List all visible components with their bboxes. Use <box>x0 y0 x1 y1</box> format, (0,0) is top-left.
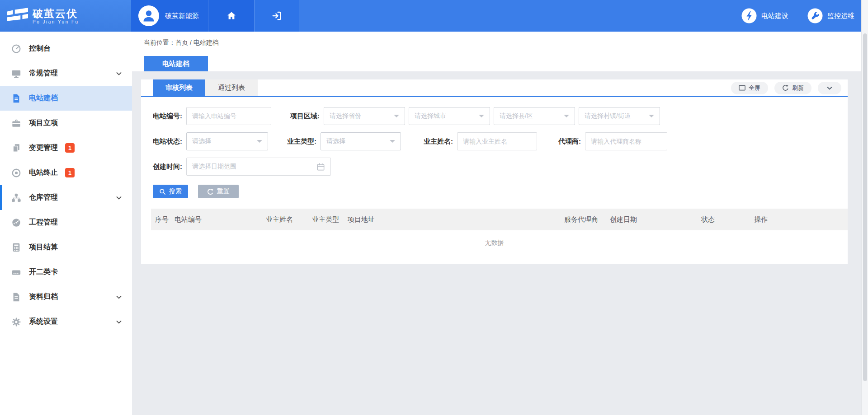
content-area: 审核列表 通过列表 全屏 刷新 <box>132 71 868 415</box>
briefcase-icon <box>11 118 21 128</box>
owner-type-select[interactable]: 请选择 <box>321 132 401 150</box>
sidebar-item-label: 项目结算 <box>29 242 58 252</box>
sidebar-item-change-mgmt[interactable]: 变更管理 1 <box>0 135 132 160</box>
city-placeholder: 请选择城市 <box>415 112 446 120</box>
reset-button[interactable]: 重置 <box>198 185 239 198</box>
fullscreen-button[interactable]: 全屏 <box>731 82 768 94</box>
table-header: 序号 电站编号 业主姓名 业主类型 项目地址 服务代理商 创建日期 状态 操作 <box>151 209 848 230</box>
caret-down-icon <box>564 115 569 120</box>
filter-row-3: 创建时间: 请选择日期范围 <box>153 158 836 176</box>
sidebar-item-warehouse-mgmt[interactable]: 仓库管理 <box>0 185 132 210</box>
caret-down-icon <box>394 115 399 120</box>
filter-form: 电站编号: 项目区域: 请选择省份 请选择城市 请选择县/区 请选择村镇/街道 <box>141 97 848 176</box>
sidebar-item-dashboard[interactable]: 控制台 <box>0 36 132 61</box>
owner-name-input[interactable] <box>457 132 537 150</box>
tab-passed-list[interactable]: 通过列表 <box>205 79 258 96</box>
nav-station-build-label: 电站建设 <box>761 12 788 20</box>
reset-label: 重置 <box>217 187 230 196</box>
sidebar-item-label: 电站建档 <box>29 93 58 103</box>
owner-type-label: 业主类型: <box>287 137 316 146</box>
refresh-icon <box>782 84 789 91</box>
scrollbar-thumb[interactable] <box>863 33 867 381</box>
sidebar-item-project-settlement[interactable]: 项目结算 <box>0 235 132 260</box>
vertical-scrollbar <box>861 0 868 415</box>
nav-monitor-ops[interactable]: 监控运维 <box>807 8 854 23</box>
col-station-no: 电站编号 <box>175 215 266 224</box>
station-filing-card: 审核列表 通过列表 全屏 刷新 <box>141 79 848 264</box>
sidebar-item-label: 工程管理 <box>29 218 58 227</box>
town-select[interactable]: 请选择村镇/街道 <box>579 107 660 125</box>
sign-in-button[interactable] <box>254 0 299 32</box>
collapse-button[interactable] <box>818 82 841 94</box>
province-select[interactable]: 请选择省份 <box>324 107 405 125</box>
sidebar-item-label: 变更管理 <box>29 143 58 153</box>
home-button[interactable] <box>208 0 254 32</box>
sitemap-icon <box>11 193 21 203</box>
sidebar: 控制台 常规管理 电站建档 项目立项 变更管理 1 电站终止 <box>0 32 132 415</box>
caret-down-icon <box>649 115 654 120</box>
col-service-agent: 服务代理商 <box>564 215 610 224</box>
sidebar-item-data-archive[interactable]: 资料归档 <box>0 284 132 309</box>
sidebar-item-engineering-mgmt[interactable]: 工程管理 <box>0 210 132 235</box>
col-owner-type: 业主类型 <box>312 215 348 224</box>
date-range-picker[interactable]: 请选择日期范围 <box>186 158 331 176</box>
province-placeholder: 请选择省份 <box>330 112 361 120</box>
sidebar-item-station-filing[interactable]: 电站建档 <box>0 86 132 111</box>
chevron-down-icon <box>116 294 122 300</box>
nav-monitor-ops-label: 监控运维 <box>827 12 854 20</box>
current-user[interactable]: 破茧新能源 <box>131 0 208 32</box>
filter-actions: 搜索 重置 <box>141 176 848 198</box>
agent-input[interactable] <box>585 132 667 150</box>
sidebar-item-label: 开二类卡 <box>29 267 58 277</box>
calculator-icon <box>11 242 21 252</box>
station-no-label: 电站编号: <box>153 112 182 121</box>
sidebar-item-label: 常规管理 <box>29 69 58 78</box>
avatar <box>138 5 159 26</box>
county-placeholder: 请选择县/区 <box>500 112 533 120</box>
col-actions: 操作 <box>754 215 848 224</box>
breadcrumb-strip: 当前位置：首页 / 电站建档 电站建档 <box>132 32 868 71</box>
record-circle-icon <box>11 168 21 178</box>
tab-review-list[interactable]: 审核列表 <box>153 79 205 96</box>
sidebar-item-project-initiation[interactable]: 项目立项 <box>0 111 132 135</box>
card-icon <box>11 267 21 277</box>
search-icon <box>159 188 166 195</box>
refresh-button[interactable]: 刷新 <box>774 82 811 94</box>
card-header: 审核列表 通过列表 全屏 刷新 <box>141 79 848 97</box>
sidebar-item-label: 电站终止 <box>29 168 58 177</box>
search-label: 搜索 <box>169 187 182 196</box>
station-status-label: 电站状态: <box>153 137 182 146</box>
dashboard-gauge-icon <box>11 218 21 228</box>
page-tab-station-filing[interactable]: 电站建档 <box>144 56 208 72</box>
sidebar-item-label: 项目立项 <box>29 118 58 128</box>
col-owner-name: 业主姓名 <box>266 215 312 224</box>
county-select[interactable]: 请选择县/区 <box>494 107 575 125</box>
wrench-icon <box>807 8 823 23</box>
sidebar-item-general-mgmt[interactable]: 常规管理 <box>0 61 132 86</box>
sidebar-item-system-settings[interactable]: 系统设置 <box>0 309 132 334</box>
station-status-select[interactable]: 请选择 <box>186 132 268 150</box>
col-status: 状态 <box>701 215 754 224</box>
lightning-icon <box>741 8 757 23</box>
reset-icon <box>207 188 214 195</box>
sidebar-item-open-type2-card[interactable]: 开二类卡 <box>0 260 132 284</box>
agent-label: 代理商: <box>558 137 581 146</box>
caret-down-icon <box>479 115 484 120</box>
brand-text: 破茧云伏 Po Jian Yun Fu <box>33 8 79 24</box>
nav-station-build[interactable]: 电站建设 <box>741 8 788 23</box>
badge-count: 1 <box>65 143 75 153</box>
search-button[interactable]: 搜索 <box>153 185 188 198</box>
sidebar-item-label: 仓库管理 <box>29 193 58 202</box>
calendar-icon <box>316 163 325 171</box>
header-nav: 电站建设 监控运维 <box>741 0 868 32</box>
empty-state: 无数据 <box>141 230 848 256</box>
chevron-down-icon <box>116 70 122 77</box>
brand-logo-icon <box>7 8 28 24</box>
city-select[interactable]: 请选择城市 <box>409 107 490 125</box>
station-no-input[interactable] <box>186 107 271 125</box>
sidebar-item-station-termination[interactable]: 电站终止 1 <box>0 160 132 185</box>
caret-down-icon <box>390 140 395 145</box>
breadcrumb-label: 当前位置： <box>144 39 175 46</box>
gear-icon <box>11 317 21 327</box>
user-name: 破茧新能源 <box>165 12 199 20</box>
